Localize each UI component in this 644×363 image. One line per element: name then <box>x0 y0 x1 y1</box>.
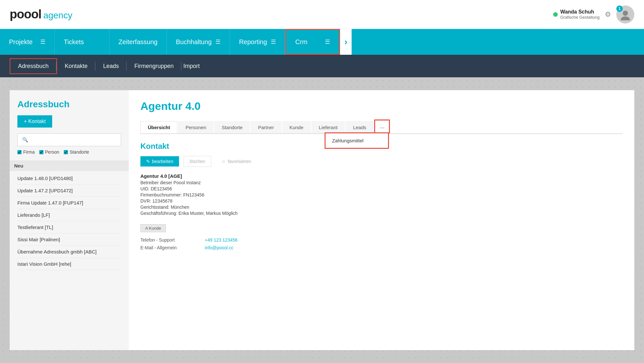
tab-leads[interactable]: Leads <box>346 121 374 133</box>
nav-menu-icon-buchhaltung: ☰ <box>215 38 221 45</box>
user-status: Wanda Schuh Grafische Gestaltung <box>553 9 600 20</box>
field-label: Telefon - Support <box>140 237 205 243</box>
nav-item-crm[interactable]: Crm ☰ <box>285 29 340 55</box>
sub-nav-label-adressbuch: Adressbuch <box>18 63 49 69</box>
contact-uid: UID: DE123456 <box>140 186 623 191</box>
list-item[interactable]: Übernahme Adressbuch gmbh [ABC] <box>17 246 121 258</box>
nav-label-zeiterfassung: Zeiterfassung <box>118 38 157 46</box>
contact-subtitle: Betreiber dieser Poool Instanz <box>140 180 623 185</box>
field-label: E-Mail - Allgemein <box>140 245 205 250</box>
list-item[interactable]: Testlieferant [TL] <box>17 221 121 234</box>
company-title: Agentur 4.0 <box>140 100 623 112</box>
header-right: Wanda Schuh Grafische Gestaltung ⚙ 1 <box>553 5 634 24</box>
sub-nav-label-kontakte: Kontakte <box>65 63 88 69</box>
sub-nav-firmengruppen[interactable]: Firmengruppen <box>127 59 181 73</box>
tab-kunde[interactable]: Kunde <box>282 121 311 133</box>
search-box: 🔍 <box>17 133 121 146</box>
nav-menu-icon-projekte: ☰ <box>40 38 45 45</box>
edit-label: bearbeiten <box>152 159 173 164</box>
sub-nav-kontakte[interactable]: Kontakte <box>57 59 95 73</box>
header: poool agency Wanda Schuh Grafische Gesta… <box>0 0 644 29</box>
tab-personen[interactable]: Personen <box>178 121 213 133</box>
list-item[interactable]: Firma Update 1.47.0 [FUP147] <box>17 197 121 209</box>
edit-button[interactable]: ✎ bearbeiten <box>140 156 179 167</box>
list-section-header: Neu <box>10 160 129 171</box>
list-item[interactable]: Update 1.48.0 [UPD1480] <box>17 172 121 185</box>
filter-person-checkbox[interactable] <box>39 150 43 154</box>
fav-button[interactable]: ☆ favorisieren <box>216 156 257 167</box>
sub-nav-import[interactable]: Import <box>181 59 207 73</box>
nav-menu-icon-reporting: ☰ <box>271 38 276 45</box>
tab-standorte[interactable]: Standorte <box>214 121 250 133</box>
content-bg: Adressbuch + Kontakt 🔍 Firma Person Stan… <box>0 77 644 363</box>
user-role: Grafische Gestaltung <box>560 15 600 20</box>
logo: poool agency <box>10 7 72 21</box>
nav-chevron[interactable]: › <box>340 29 352 55</box>
filter-row: Firma Person Standorte <box>17 149 121 155</box>
tab-lieferant[interactable]: Lieferant <box>311 121 345 133</box>
contact-badge: A Kunde <box>140 224 166 232</box>
search-icon: 🔍 <box>22 137 28 143</box>
list-item[interactable]: Update 1.47.2 [UPD1472] <box>17 185 121 197</box>
filter-standorte[interactable]: Standorte <box>64 149 89 155</box>
nav-item-tickets[interactable]: Tickets <box>55 29 109 55</box>
svg-point-1 <box>621 16 630 20</box>
nav-item-projekte[interactable]: Projekte ☰ <box>0 29 55 55</box>
contact-gerichtsstand: Gerichtsstand: München <box>140 205 623 210</box>
nav-label-projekte: Projekte <box>9 38 33 46</box>
tab-partner[interactable]: Partner <box>251 121 281 133</box>
nav-item-zeiterfassung[interactable]: Zeiterfassung <box>109 29 167 55</box>
gear-icon[interactable]: ⚙ <box>605 10 611 19</box>
delete-button[interactable]: löschen <box>184 156 211 167</box>
contact-field-row: Telefon - Support+49 123 123456 <box>140 237 623 243</box>
left-panel: Adressbuch + Kontakt 🔍 Firma Person Stan… <box>10 90 129 350</box>
field-value[interactable]: +49 123 123456 <box>205 237 238 243</box>
nav-menu-icon-crm: ☰ <box>325 38 330 45</box>
list-item[interactable]: Lieferando [LF] <box>17 209 121 221</box>
sub-nav-label-import: Import <box>183 63 200 69</box>
status-dot <box>553 12 558 17</box>
contact-geschaeftsfuehrung: Geschäftsführung: Erika Muster, Markus M… <box>140 211 623 216</box>
avatar-badge: 1 <box>616 5 623 12</box>
filter-standorte-checkbox[interactable] <box>64 150 68 154</box>
search-input[interactable] <box>31 137 116 143</box>
contact-info: Agentur 4.0 [AGE] Betreiber dieser Poool… <box>140 173 623 216</box>
nav-label-tickets: Tickets <box>64 38 84 46</box>
nav-label-crm: Crm <box>295 38 308 46</box>
sub-nav: Adressbuch Kontakte Leads Firmengruppen … <box>0 55 644 77</box>
nav-item-reporting[interactable]: Reporting ☰ <box>230 29 285 55</box>
list-item[interactable]: Sissi Mair [Pralinen] <box>17 234 121 246</box>
nav-label-reporting: Reporting <box>239 38 267 46</box>
tab-dropdown: Zahlungsmittel <box>325 132 389 149</box>
sub-nav-label-firmengruppen: Firmengruppen <box>134 63 174 69</box>
contact-field-row: E-Mail - Allgemeininfo@poool.cc <box>140 245 623 250</box>
star-icon: ☆ <box>222 159 226 164</box>
avatar-wrapper: 1 <box>616 5 634 24</box>
edit-icon: ✎ <box>146 159 150 164</box>
contact-name: Agentur 4.0 [AGE] <box>140 173 623 179</box>
tab-ubersicht[interactable]: Übersicht <box>140 121 177 133</box>
contact-actions: ✎ bearbeiten löschen ☆ favorisieren <box>140 156 623 167</box>
logo-agency: agency <box>43 10 72 21</box>
tab-more[interactable]: ... Zahlungsmittel <box>374 119 390 133</box>
panel-title: Adressbuch <box>17 99 121 110</box>
logo-poool: poool <box>10 7 41 21</box>
sub-nav-adressbuch[interactable]: Adressbuch <box>10 58 57 74</box>
sub-nav-leads[interactable]: Leads <box>95 59 127 73</box>
svg-point-0 <box>623 11 628 16</box>
tabs: Übersicht Personen Standorte Partner Kun… <box>140 119 623 134</box>
sub-nav-label-leads: Leads <box>103 63 119 69</box>
filter-firma-checkbox[interactable] <box>17 150 22 154</box>
nav-item-buchhaltung[interactable]: Buchhaltung ☰ <box>167 29 230 55</box>
right-panel: Agentur 4.0 Übersicht Personen Standorte… <box>129 90 634 350</box>
filter-firma[interactable]: Firma <box>17 149 35 155</box>
list-item[interactable]: Istari Vision GmbH [rehe] <box>17 258 121 270</box>
filter-person[interactable]: Person <box>39 149 59 155</box>
add-contact-button[interactable]: + Kontakt <box>17 115 52 128</box>
user-info: Wanda Schuh Grafische Gestaltung <box>560 9 600 20</box>
tab-dropdown-zahlungsmittel[interactable]: Zahlungsmittel <box>326 133 388 148</box>
chevron-right-icon: › <box>344 37 347 47</box>
field-value[interactable]: info@poool.cc <box>205 245 233 250</box>
fav-label: favorisieren <box>228 159 251 164</box>
user-name: Wanda Schuh <box>560 9 600 15</box>
